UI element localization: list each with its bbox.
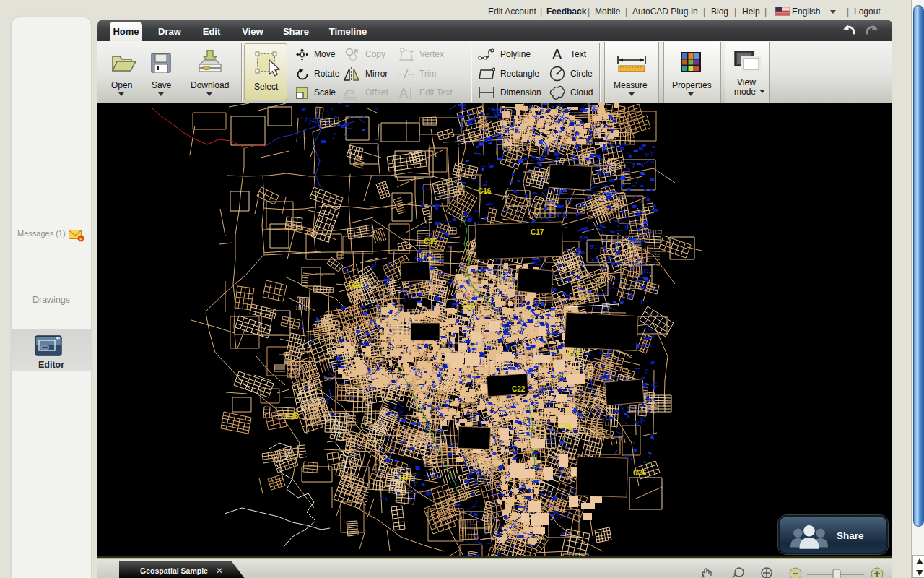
svg-text:C17: C17 — [531, 228, 544, 236]
svg-text:C15: C15 — [424, 238, 437, 246]
svg-text:C23: C23 — [567, 349, 580, 357]
svg-text:C21: C21 — [462, 302, 476, 310]
svg-text:C24: C24 — [558, 422, 572, 430]
svg-text:C22: C22 — [512, 385, 526, 393]
svg-text:A: A — [552, 47, 562, 61]
svg-text:C28: C28 — [285, 413, 299, 420]
svg-text:C26: C26 — [633, 469, 647, 477]
svg-text:C29: C29 — [349, 281, 362, 289]
svg-text:A: A — [399, 86, 408, 100]
svg-text:C27: C27 — [399, 474, 413, 482]
svg-text:C16: C16 — [478, 187, 492, 195]
